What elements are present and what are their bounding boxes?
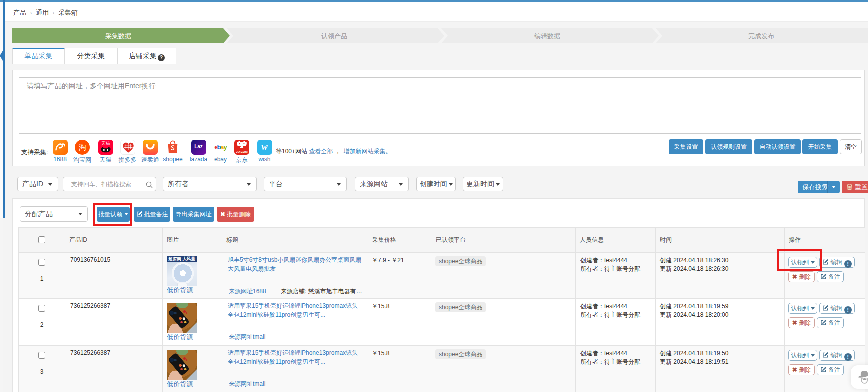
svg-text:完成发布: 完成发布	[748, 32, 774, 40]
svg-text:编辑数据: 编辑数据	[534, 32, 560, 40]
svg-text:认领产品: 认领产品	[321, 32, 347, 40]
svg-text:采集数据: 采集数据	[105, 32, 131, 40]
